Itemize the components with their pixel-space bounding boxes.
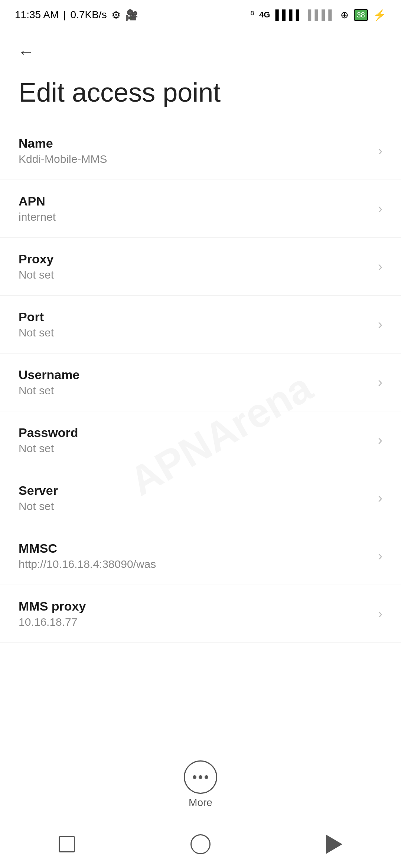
bluetooth-icon: ⁸ — [250, 9, 254, 21]
settings-item-value: Not set — [19, 500, 378, 513]
page-title: Edit access point — [0, 67, 401, 122]
home-icon — [190, 834, 211, 854]
chevron-right-icon: › — [378, 433, 382, 448]
home-button[interactable] — [186, 829, 215, 859]
settings-item-label: Proxy — [19, 252, 378, 266]
settings-item[interactable]: NameKddi-Mobile-MMS› — [0, 122, 401, 180]
back-arrow-icon: ← — [18, 43, 34, 61]
settings-item-value: Not set — [19, 442, 378, 455]
settings-item-content: PortNot set — [19, 310, 378, 339]
settings-item[interactable]: PasswordNot set› — [0, 411, 401, 469]
status-right: ⁸ 4G ▌▌▌▌ ▌▌▌▌ ⊕ 38 ⚡ — [250, 9, 386, 21]
settings-item-value: http://10.16.18.4:38090/was — [19, 558, 378, 571]
settings-item-content: UsernameNot set — [19, 368, 378, 397]
settings-item[interactable]: MMSChttp://10.16.18.4:38090/was› — [0, 527, 401, 585]
wifi-icon: ⊕ — [340, 9, 349, 21]
chevron-right-icon: › — [378, 317, 382, 332]
more-label: More — [189, 797, 212, 809]
settings-item-content: PasswordNot set — [19, 425, 378, 455]
more-circle — [184, 760, 217, 794]
battery-icon: 38 — [354, 9, 368, 21]
chevron-right-icon: › — [378, 490, 382, 506]
settings-item[interactable]: UsernameNot set› — [0, 354, 401, 411]
recent-apps-button[interactable] — [52, 829, 82, 859]
settings-item[interactable]: MMS proxy10.16.18.77› — [0, 585, 401, 643]
signal-bars2-icon: ▌▌▌▌ — [308, 9, 335, 21]
settings-item-value: Not set — [19, 384, 378, 397]
back-button[interactable]: ← — [15, 41, 37, 63]
settings-item-label: Username — [19, 368, 378, 382]
settings-item[interactable]: ProxyNot set› — [0, 238, 401, 296]
signal-bars-icon: ▌▌▌▌ — [275, 9, 303, 21]
chevron-right-icon: › — [378, 259, 382, 274]
settings-list: NameKddi-Mobile-MMS›APNinternet›ProxyNot… — [0, 122, 401, 643]
speed-display: | — [63, 9, 66, 21]
bottom-nav — [0, 820, 401, 868]
back-nav-button[interactable] — [319, 829, 349, 859]
charging-icon: ⚡ — [373, 9, 386, 21]
settings-icon: ⚙ — [111, 9, 121, 21]
settings-item-label: MMSC — [19, 541, 378, 556]
settings-item-content: ProxyNot set — [19, 252, 378, 281]
signal-4g-icon: 4G — [259, 10, 270, 20]
top-nav: ← — [0, 30, 401, 67]
more-button[interactable]: More — [184, 760, 217, 809]
settings-item[interactable]: APNinternet› — [0, 180, 401, 238]
chevron-right-icon: › — [378, 143, 382, 159]
settings-item[interactable]: ServerNot set› — [0, 469, 401, 527]
chevron-right-icon: › — [378, 548, 382, 564]
settings-item-content: ServerNot set — [19, 483, 378, 513]
settings-item-content: APNinternet — [19, 194, 378, 223]
data-speed: 0.7KB/s — [71, 9, 107, 21]
chevron-right-icon: › — [378, 606, 382, 622]
settings-item-value: Not set — [19, 326, 378, 339]
settings-item-label: Port — [19, 310, 378, 324]
settings-item-content: NameKddi-Mobile-MMS — [19, 136, 378, 165]
settings-item-label: Server — [19, 483, 378, 498]
settings-item-value: Not set — [19, 269, 378, 281]
settings-item-content: MMSChttp://10.16.18.4:38090/was — [19, 541, 378, 571]
recent-apps-icon — [59, 836, 75, 852]
settings-item-value: Kddi-Mobile-MMS — [19, 153, 378, 165]
more-dots-icon — [193, 775, 208, 779]
settings-item-value: internet — [19, 211, 378, 223]
time-display: 11:35 AM — [15, 9, 59, 21]
settings-item-label: MMS proxy — [19, 599, 378, 614]
status-left: 11:35 AM | 0.7KB/s ⚙ 🎥 — [15, 9, 138, 21]
settings-item-label: Password — [19, 425, 378, 440]
status-bar: 11:35 AM | 0.7KB/s ⚙ 🎥 ⁸ 4G ▌▌▌▌ ▌▌▌▌ ⊕ … — [0, 0, 401, 30]
settings-item[interactable]: PortNot set› — [0, 296, 401, 354]
settings-item-content: MMS proxy10.16.18.77 — [19, 599, 378, 628]
back-nav-icon — [326, 835, 342, 854]
settings-item-label: Name — [19, 136, 378, 151]
chevron-right-icon: › — [378, 201, 382, 217]
video-icon: 🎥 — [125, 9, 138, 21]
chevron-right-icon: › — [378, 375, 382, 390]
settings-item-value: 10.16.18.77 — [19, 616, 378, 628]
settings-item-label: APN — [19, 194, 378, 208]
